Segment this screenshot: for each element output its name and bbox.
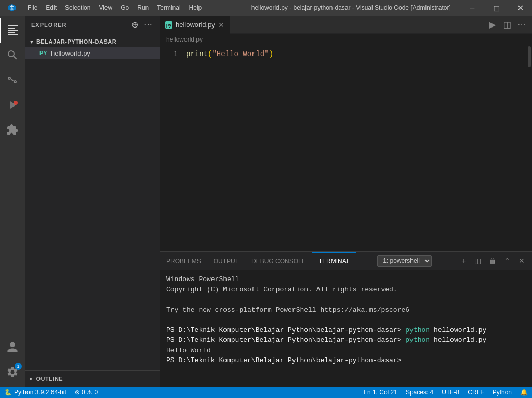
tab-close-icon[interactable]: ✕: [218, 21, 224, 29]
app-icon: [0, 3, 23, 12]
editor-area: py helloworld.py ✕ ▶ ◫ ⋯ helloworld.py 1…: [160, 16, 532, 387]
menu-run[interactable]: Run: [133, 0, 153, 16]
menu-selection[interactable]: Selection: [61, 0, 95, 16]
editor-content[interactable]: 1 print("Hello World"): [160, 45, 527, 251]
explorer-activity-icon[interactable]: [0, 18, 25, 43]
menu-view[interactable]: View: [95, 0, 116, 16]
term-line-3: [166, 295, 526, 305]
term-cmd-1: PS D:\Teknik Komputer\Belajar Python\bel…: [166, 325, 526, 336]
status-bar-right: Ln 1, Col 21 Spaces: 4 UTF-8 CRLF Python…: [360, 389, 532, 396]
code-line-1: 1 print("Hello World"): [160, 49, 527, 59]
cursor-position-label: Ln 1, Col 21: [364, 389, 397, 396]
encoding-status[interactable]: UTF-8: [437, 389, 463, 396]
menu-file[interactable]: File: [23, 0, 42, 16]
outline-label: OUTLINE: [36, 376, 63, 382]
window-controls: – ◻ ✕: [460, 0, 532, 16]
term-output-hello: Hello World: [166, 346, 526, 356]
editor-main: 1 print("Hello World"): [160, 45, 532, 251]
new-file-icon[interactable]: ⊕: [129, 19, 140, 31]
window-title: helloworld.py - belajar-python-dasar - V…: [242, 4, 461, 11]
menu-edit[interactable]: Edit: [42, 0, 61, 16]
maximize-panel-icon[interactable]: ⌃: [501, 255, 513, 267]
terminal-tab-bar: PROBLEMS OUTPUT DEBUG CONSOLE TERMINAL 1…: [160, 252, 532, 270]
tab-label: helloworld.py: [176, 21, 215, 29]
settings-activity-icon[interactable]: 1: [0, 360, 25, 384]
add-terminal-icon[interactable]: +: [457, 255, 470, 267]
term-line-5: [166, 315, 526, 325]
sidebar: EXPLORER ⊕ ⋯ ▼ BELAJAR-PYTHON-DASAR PY h…: [25, 16, 160, 387]
shell-dropdown[interactable]: 1: powershell: [377, 255, 432, 267]
maximize-button[interactable]: ◻: [484, 0, 508, 16]
menu-help[interactable]: Help: [185, 0, 206, 16]
folder-section: ▼ BELAJAR-PYTHON-DASAR PY helloworld.py: [25, 34, 160, 61]
breadcrumb: helloworld.py: [160, 34, 532, 45]
folder-arrow-icon: ▼: [29, 39, 34, 45]
folder-name: BELAJAR-PYTHON-DASAR: [36, 38, 116, 45]
term-prompt: PS D:\Teknik Komputer\Belajar Python\bel…: [166, 355, 526, 366]
run-icon[interactable]: ▶: [486, 18, 499, 31]
terminal-tab[interactable]: TERMINAL: [312, 252, 356, 270]
accounts-activity-icon[interactable]: [0, 335, 25, 360]
more-actions-icon[interactable]: ⋯: [515, 18, 528, 31]
spaces-status[interactable]: Spaces: 4: [402, 389, 437, 396]
tab-helloworld[interactable]: py helloworld.py ✕: [160, 16, 230, 34]
close-panel-icon[interactable]: ✕: [515, 255, 528, 267]
scrollbar-thumb: [528, 46, 531, 67]
sidebar-actions: ⊕ ⋯: [129, 19, 154, 31]
shell-selector-wrap: 1: powershell: [374, 255, 435, 267]
source-control-activity-icon[interactable]: [0, 68, 25, 92]
notifications-status[interactable]: 🔔: [516, 389, 532, 396]
problems-tab[interactable]: PROBLEMS: [160, 252, 207, 270]
menu-terminal[interactable]: Terminal: [153, 0, 184, 16]
extensions-activity-icon[interactable]: [0, 117, 25, 142]
run-debug-activity-icon[interactable]: [0, 92, 25, 117]
minimize-button[interactable]: –: [460, 0, 484, 16]
python-version-label: Python 3.9.2 64-bit: [14, 389, 66, 396]
menu-go[interactable]: Go: [116, 0, 133, 16]
folder-header[interactable]: ▼ BELAJAR-PYTHON-DASAR: [25, 36, 160, 47]
term-cmd-2: PS D:\Teknik Komputer\Belajar Python\bel…: [166, 335, 526, 346]
terminal-actions: + ◫ 🗑 ⌃ ✕: [453, 255, 532, 267]
status-bar: 🐍 Python 3.9.2 64-bit ⊗ 0 ⚠ 0 Ln 1, Col …: [0, 387, 532, 398]
bell-icon: 🔔: [520, 389, 528, 396]
split-editor-icon[interactable]: ◫: [501, 18, 513, 31]
kill-terminal-icon[interactable]: 🗑: [486, 255, 499, 267]
line-number-1: 1: [160, 49, 186, 59]
cursor-position-status[interactable]: Ln 1, Col 21: [360, 389, 402, 396]
line-content-1: print("Hello World"): [186, 49, 527, 59]
more-options-icon[interactable]: ⋯: [142, 19, 154, 31]
titlebar: File Edit Selection View Go Run Terminal…: [0, 0, 532, 16]
spaces-label: Spaces: 4: [406, 389, 433, 396]
svg-point-0: [14, 101, 18, 105]
split-terminal-icon[interactable]: ◫: [472, 255, 484, 267]
output-tab[interactable]: OUTPUT: [207, 252, 245, 270]
search-activity-icon[interactable]: [0, 43, 25, 68]
file-item-helloworld[interactable]: PY helloworld.py: [25, 47, 160, 59]
file-name: helloworld.py: [51, 49, 90, 57]
editor-scrollbar[interactable]: [527, 45, 532, 251]
errors-warnings-status[interactable]: ⊗ 0 ⚠ 0: [71, 387, 102, 398]
outline-header[interactable]: ► OUTLINE: [25, 373, 160, 384]
tab-bar-actions: ▶ ◫ ⋯: [482, 18, 532, 31]
sidebar-header: EXPLORER ⊕ ⋯: [25, 16, 160, 34]
language-status[interactable]: Python: [488, 389, 516, 396]
activity-bar: 1: [0, 16, 25, 387]
term-line-4: Try the new cross-platform PowerShell ht…: [166, 305, 526, 315]
explorer-title: EXPLORER: [31, 22, 67, 28]
python-version-status[interactable]: 🐍 Python 3.9.2 64-bit: [0, 387, 71, 398]
close-button[interactable]: ✕: [508, 0, 532, 16]
term-line-1: Windows PowerShell: [166, 274, 526, 285]
tab-python-icon: py: [165, 21, 172, 29]
term-line-2: Copyright (C) Microsoft Corporation. All…: [166, 285, 526, 295]
terminal-content[interactable]: Windows PowerShell Copyright (C) Microso…: [160, 270, 532, 387]
string-hello: "Hello World": [212, 50, 269, 58]
menu-bar: File Edit Selection View Go Run Terminal…: [23, 0, 242, 16]
activity-bar-bottom: 1: [0, 335, 25, 384]
encoding-label: UTF-8: [442, 389, 459, 396]
python-file-icon: PY: [39, 49, 48, 57]
python-status-icon: 🐍: [4, 389, 12, 396]
terminal-panel: PROBLEMS OUTPUT DEBUG CONSOLE TERMINAL 1…: [160, 251, 532, 387]
debug-console-tab[interactable]: DEBUG CONSOLE: [245, 252, 312, 270]
eol-status[interactable]: CRLF: [463, 389, 488, 396]
sidebar-bottom: ► OUTLINE: [25, 370, 160, 387]
